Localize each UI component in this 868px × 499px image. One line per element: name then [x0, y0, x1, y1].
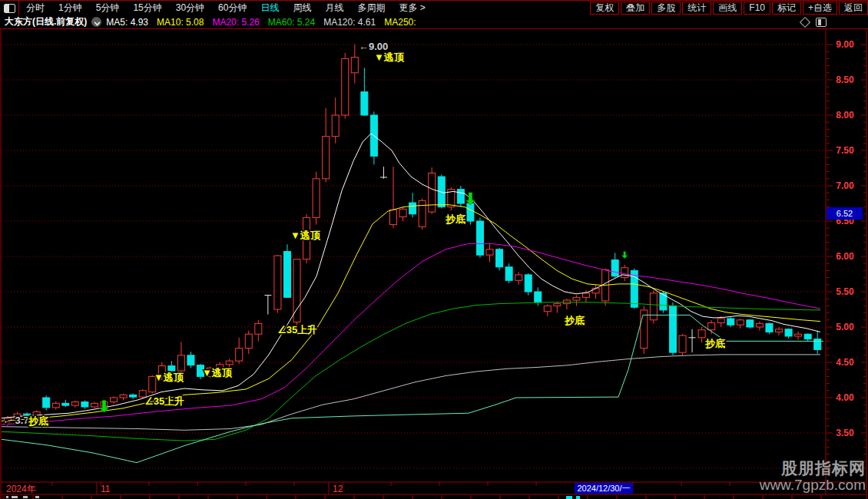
chevron-down-icon[interactable] [91, 17, 101, 27]
clipped-lower-pane [4, 495, 821, 499]
button-biaoji[interactable]: 标记 [772, 2, 801, 15]
menu-item-multiperiod[interactable]: 多周期 [350, 2, 392, 15]
top-menu-bar: 分时 1分钟 5分钟 15分钟 30分钟 60分钟 日线 周线 月线 多周期 更… [0, 0, 868, 16]
menu-item-daily[interactable]: 日线 [253, 2, 286, 15]
annotation-label: 抄底 [28, 415, 48, 427]
annotation-label: ▼逃顶 [154, 372, 184, 383]
button-huaxian[interactable]: 画线 [713, 2, 742, 15]
watermark-site-name: 股朋指标网 [760, 460, 866, 477]
cursor-price-readout: 6.52 [827, 207, 863, 220]
menu-item-1min[interactable]: 1分钟 [51, 2, 89, 15]
menu-right-group: 复权 叠加 多股 统计 画线 F10 标记 +自选 返回 [588, 1, 868, 15]
button-tongji[interactable]: 统计 [682, 2, 711, 15]
line-ma120 [2, 355, 820, 430]
button-diejia[interactable]: 叠加 [621, 2, 650, 15]
menu-item-5min[interactable]: 5分钟 [89, 2, 127, 15]
annotation-label: ← 3.7 [2, 415, 29, 426]
annotation-label: 抄底 [704, 338, 725, 349]
window-icon [4, 4, 15, 13]
ma5-legend: MA5: 4.93 [106, 17, 148, 28]
candlestick-chart[interactable]: 9.008.508.007.507.006.506.005.505.004.50… [0, 0, 868, 499]
price-axis: 9.008.508.007.507.006.506.005.505.004.50… [827, 39, 866, 468]
watermark-url: www.7gpzb.com [760, 477, 866, 494]
button-add-watchlist[interactable]: +自选 [803, 2, 837, 15]
ma120-legend: MA120: 4.61 [323, 17, 376, 28]
axis-tick-label: 7.00 [836, 180, 854, 191]
axis-tick-label: 8.50 [836, 74, 854, 85]
annotation-label: ∠35上升 [144, 395, 184, 407]
annotation-label: ←9.00 [359, 41, 388, 52]
line-ma60 [2, 302, 820, 441]
month-label: 11 [101, 484, 111, 494]
diamond-icon[interactable] [800, 16, 810, 27]
time-axis: 2024年1112 [6, 482, 778, 494]
menu-item-30min[interactable]: 30分钟 [169, 2, 211, 15]
axis-tick-label: 5.00 [836, 322, 854, 332]
annotation-label: ∠35上升 [277, 324, 317, 335]
axis-tick-label: 8.00 [836, 110, 854, 121]
annotation-label: 抄底 [564, 315, 585, 326]
green-down-arrow-icon [465, 193, 475, 205]
annotation-label: ▼逃顶 [374, 51, 405, 63]
menu-item-60min[interactable]: 60分钟 [211, 2, 253, 15]
ma60-legend: MA60: 5.24 [268, 17, 315, 28]
button-fuquan[interactable]: 复权 [590, 2, 619, 15]
axis-tick-label: 9.00 [836, 39, 854, 50]
annotation-label: 抄底 [445, 213, 465, 225]
axis-tick-label: 5.50 [836, 286, 854, 297]
split-pane-icon[interactable] [816, 18, 827, 27]
month-label: 12 [333, 484, 343, 494]
green-down-arrow-icon [621, 252, 628, 259]
button-back[interactable]: 返回 [839, 2, 868, 15]
button-duogu[interactable]: 多股 [651, 2, 681, 15]
menu-item-weekly[interactable]: 周线 [286, 2, 318, 15]
cursor-date-readout: 2024/12/30/一 [575, 483, 633, 494]
ma10-legend: MA10: 5.08 [157, 17, 204, 28]
line-ma5 [2, 134, 820, 418]
menu-item-fenshi[interactable]: 分时 [19, 2, 51, 15]
ma20-legend: MA20: 5.26 [212, 17, 259, 28]
stock-app-window: 9.008.508.007.507.006.506.005.505.004.50… [0, 0, 868, 499]
button-f10[interactable]: F10 [744, 2, 770, 15]
axis-tick-label: 6.00 [836, 251, 854, 262]
candles [5, 45, 821, 426]
price-gridlines [2, 45, 825, 468]
axis-tick-label: 3.50 [836, 428, 854, 438]
annotation-label: ▼逃顶 [202, 367, 233, 378]
window-menu-button[interactable] [0, 1, 19, 15]
menu-item-monthly[interactable]: 月线 [318, 2, 350, 15]
line-ma10 [2, 205, 820, 421]
ma250-legend: MA250: [384, 17, 416, 28]
menu-item-15min[interactable]: 15分钟 [126, 2, 168, 15]
axis-tick-label: 4.00 [836, 392, 854, 403]
stock-title: 大东方(日线.前复权) [5, 15, 87, 28]
annotation-label: ▼逃顶 [290, 230, 321, 241]
year-label: 2024年 [6, 484, 36, 494]
menu-item-more[interactable]: 更多 > [392, 2, 432, 15]
title-bar: 大东方(日线.前复权) MA5: 4.93 MA10: 5.08 MA20: 5… [0, 15, 868, 29]
axis-tick-label: 7.50 [836, 145, 854, 156]
watermark: 股朋指标网 www.7gpzb.com [760, 460, 866, 494]
axis-tick-label: 4.50 [836, 357, 854, 368]
